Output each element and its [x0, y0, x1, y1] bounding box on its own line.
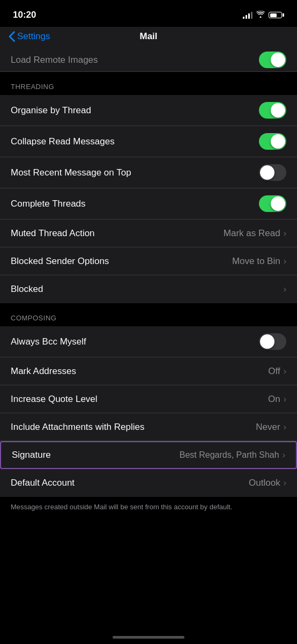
default-account-row[interactable]: Default Account Outlook ›: [0, 469, 297, 497]
threading-header: Threading: [0, 72, 297, 95]
increase-quote-level-chevron-icon: ›: [284, 394, 286, 404]
collapse-read-messages-row[interactable]: Collapse Read Messages: [0, 126, 297, 157]
home-bar: [113, 636, 184, 639]
mark-addresses-row[interactable]: Mark Addresses Off ›: [0, 357, 297, 385]
default-account-right: Outlook ›: [249, 478, 286, 488]
most-recent-message-row[interactable]: Most Recent Message on Top: [0, 157, 297, 188]
blocked-label: Blocked: [11, 284, 43, 295]
status-icons: [243, 11, 284, 19]
signature-label: Signature: [12, 450, 51, 460]
complete-threads-row[interactable]: Complete Threads: [0, 188, 297, 219]
blocked-right: ›: [284, 284, 286, 294]
threading-section: Threading Organise by Thread Collapse Re…: [0, 72, 297, 303]
always-bcc-myself-toggle[interactable]: [259, 333, 286, 350]
include-attachments-row[interactable]: Include Attachments with Replies Never ›: [0, 413, 297, 441]
increase-quote-level-label: Increase Quote Level: [11, 394, 98, 405]
organise-by-thread-toggle[interactable]: [259, 102, 286, 119]
blocked-sender-options-value: Move to Bin: [232, 256, 280, 267]
back-button[interactable]: Settings: [9, 31, 50, 42]
footer-note: Messages created outside Mail will be se…: [0, 497, 297, 523]
threading-group: Organise by Thread Collapse Read Message…: [0, 95, 297, 303]
muted-thread-action-label: Muted Thread Action: [11, 228, 95, 239]
composing-section: Composing Always Bcc Myself Mark Address…: [0, 303, 297, 497]
composing-header: Composing: [0, 303, 297, 326]
bottom-spacer: [0, 523, 297, 555]
include-attachments-label: Include Attachments with Replies: [11, 422, 144, 433]
partial-section-group: Load Remote Images: [0, 48, 297, 72]
always-bcc-myself-row[interactable]: Always Bcc Myself: [0, 326, 297, 357]
default-account-label: Default Account: [11, 478, 75, 488]
status-time: 10:20: [13, 10, 36, 20]
nav-bar: Settings Mail: [0, 27, 297, 48]
load-remote-images-toggle[interactable]: [259, 52, 286, 68]
signature-chevron-icon: ›: [283, 450, 285, 460]
back-chevron-icon: [9, 31, 15, 42]
signature-row[interactable]: Signature Best Regards, Parth Shah ›: [0, 441, 297, 469]
signal-bars-icon: [243, 11, 253, 19]
blocked-sender-options-chevron-icon: ›: [284, 257, 286, 266]
muted-thread-action-chevron-icon: ›: [284, 229, 286, 238]
collapse-read-messages-toggle[interactable]: [259, 133, 286, 150]
collapse-read-messages-label: Collapse Read Messages: [11, 136, 115, 147]
mark-addresses-right: Off ›: [268, 366, 286, 377]
blocked-row[interactable]: Blocked ›: [0, 275, 297, 303]
mark-addresses-chevron-icon: ›: [284, 367, 286, 376]
load-remote-images-label: Load Remote Images: [11, 55, 98, 65]
muted-thread-action-right: Mark as Read ›: [224, 228, 286, 239]
muted-thread-action-value: Mark as Read: [224, 228, 280, 239]
status-bar: 10:20: [0, 0, 297, 27]
nav-title: Mail: [139, 31, 157, 42]
composing-group: Always Bcc Myself Mark Addresses Off › I…: [0, 326, 297, 497]
blocked-sender-options-row[interactable]: Blocked Sender Options Move to Bin ›: [0, 247, 297, 275]
always-bcc-myself-label: Always Bcc Myself: [11, 336, 86, 347]
blocked-chevron-icon: ›: [284, 284, 286, 294]
default-account-chevron-icon: ›: [284, 478, 286, 488]
default-account-value: Outlook: [249, 478, 280, 488]
mark-addresses-label: Mark Addresses: [11, 366, 76, 377]
battery-icon: [269, 12, 284, 18]
blocked-sender-options-label: Blocked Sender Options: [11, 256, 109, 267]
most-recent-message-toggle[interactable]: [259, 164, 286, 181]
organise-by-thread-label: Organise by Thread: [11, 105, 91, 116]
complete-threads-label: Complete Threads: [11, 199, 86, 209]
organise-by-thread-row[interactable]: Organise by Thread: [0, 95, 297, 126]
signature-value: Best Regards, Parth Shah: [180, 450, 279, 460]
home-indicator: [0, 627, 297, 644]
load-remote-images-row[interactable]: Load Remote Images: [0, 48, 297, 72]
blocked-sender-options-right: Move to Bin ›: [232, 256, 286, 267]
include-attachments-value: Never: [256, 422, 280, 433]
mark-addresses-value: Off: [268, 366, 280, 377]
most-recent-message-label: Most Recent Message on Top: [11, 167, 131, 178]
complete-threads-toggle[interactable]: [259, 195, 286, 212]
include-attachments-chevron-icon: ›: [284, 422, 286, 432]
include-attachments-right: Never ›: [256, 422, 286, 433]
increase-quote-level-right: On ›: [268, 394, 286, 405]
signature-right: Best Regards, Parth Shah ›: [180, 450, 285, 460]
back-label: Settings: [17, 31, 50, 42]
increase-quote-level-row[interactable]: Increase Quote Level On ›: [0, 385, 297, 413]
muted-thread-action-row[interactable]: Muted Thread Action Mark as Read ›: [0, 219, 297, 247]
increase-quote-level-value: On: [268, 394, 280, 405]
wifi-icon: [256, 11, 265, 19]
